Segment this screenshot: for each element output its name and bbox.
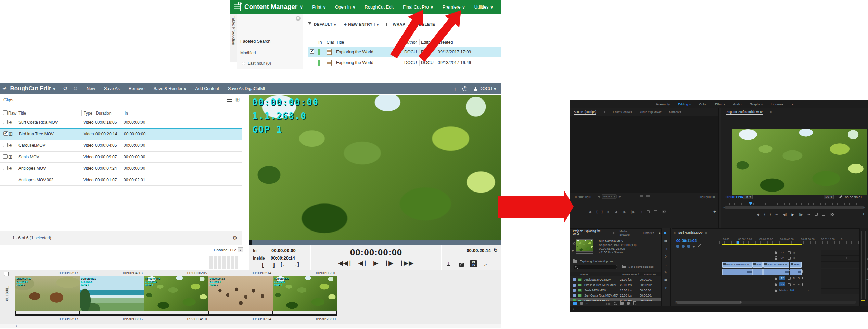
col-created[interactable]: Created	[436, 39, 501, 45]
sync-lock-icon[interactable]	[788, 283, 791, 286]
program-scrubber[interactable]	[725, 203, 864, 205]
overwrite-icon[interactable]	[654, 210, 657, 213]
save-as-digacutmt-button[interactable]: Save As DigaCutMt	[228, 86, 265, 91]
tab-program[interactable]: Program: Surf Namibia.MOV	[726, 110, 763, 115]
step-forward-icon[interactable]: ∣▶	[799, 213, 803, 216]
track-select-tool[interactable]: ⇉	[662, 239, 670, 243]
undo-icon[interactable]: ↺	[63, 85, 67, 92]
page-prev-icon[interactable]: ◀	[598, 195, 600, 198]
menu-utilities[interactable]: Utilities	[474, 4, 493, 10]
hand-tool[interactable]: ✱	[662, 278, 670, 282]
tab-metadata[interactable]: Metadata	[669, 110, 681, 114]
keyframe-icon[interactable]: ⊶	[808, 289, 811, 292]
slip-tool[interactable]: ↔	[662, 263, 670, 266]
mark-out-button[interactable]: ]	[273, 262, 275, 268]
zoom-slider[interactable]: ○———	[586, 302, 596, 305]
menu-premiere[interactable]: Premiere	[443, 4, 465, 10]
fit-select[interactable]: Fit	[743, 195, 753, 199]
redo-icon[interactable]: ↻	[73, 85, 78, 92]
linked-selection-icon[interactable]	[682, 245, 685, 248]
clip-row[interactable]: ⊞ Antilopes.MOV Video 00:00:07:24 00:00:…	[0, 163, 242, 174]
scroll-handle-icon[interactable]: ○	[863, 206, 865, 209]
project-row[interactable]: Bird in a Tree.MOV.MOV 25.00 fps 00:00:0…	[570, 282, 661, 288]
col-type[interactable]: Type	[82, 111, 94, 116]
menu-open-in[interactable]: Open In	[335, 4, 355, 10]
tab-graphics[interactable]: Graphics	[750, 102, 763, 106]
mark-out-icon[interactable]: }	[602, 210, 603, 214]
col-class[interactable]: Class	[325, 39, 334, 45]
tab-audio-clip-mixer[interactable]: Audio Clip Mixer:	[640, 110, 662, 114]
settings-icon[interactable]	[640, 195, 643, 197]
search-input[interactable]	[573, 265, 617, 269]
zoom-handle-icon[interactable]: ○	[675, 300, 677, 303]
wrap-button[interactable]: WRAP	[386, 22, 405, 26]
timeline-clip-thumbnail[interactable]: 00:00:00:231.1.268.0GOP 1	[208, 276, 273, 311]
download-icon[interactable]	[447, 262, 450, 266]
channel-select[interactable]: ∨	[238, 247, 243, 252]
timeline-audio-clip[interactable]	[752, 269, 763, 275]
automate-icon[interactable]: ▮▮▮	[606, 302, 610, 305]
panel-menu-icon[interactable]: ≡	[613, 231, 614, 235]
program-monitor-viewer[interactable]	[732, 129, 867, 195]
timeline-clip-thumbnail[interactable]: 00:00:00:211.1.268.0GOP 1	[80, 276, 144, 311]
fast-forward-button[interactable]: ∣▶▶	[400, 260, 414, 266]
mark-in-button[interactable]: [	[262, 262, 264, 268]
tab-libraries[interactable]: Libraries	[771, 102, 783, 106]
marker-icon[interactable]: ◆	[693, 245, 695, 248]
button-editor-icon[interactable]: +	[713, 209, 716, 214]
timecode-mode-badge[interactable]: IntTC	[470, 260, 477, 267]
mark-in-icon[interactable]: {	[596, 210, 597, 214]
master-gain-value[interactable]: 0.0	[790, 289, 794, 292]
gear-icon[interactable]: ⚙	[233, 235, 237, 241]
select-all-checkbox[interactable]	[310, 40, 314, 44]
radio-icon[interactable]	[242, 62, 245, 65]
program-scrollbar[interactable]	[725, 206, 864, 209]
export-frame-icon[interactable]	[662, 210, 666, 213]
clip-row[interactable]: ⊞ Surf Costa Rica.MOV Video 00:00:18:06 …	[0, 117, 242, 129]
timeline-settings-icon[interactable]	[698, 244, 701, 247]
timeline-audio-clip[interactable]	[722, 269, 752, 275]
chevron-down-icon[interactable]	[299, 4, 303, 10]
clip-row[interactable]: ⊞ Seals.MOV Video 00:00:09:07 00:00:00:0…	[0, 152, 242, 163]
snapshot-icon[interactable]	[459, 263, 464, 267]
tab-media-browser[interactable]: Media Browser	[619, 229, 638, 236]
timeline-audio-clip[interactable]	[763, 269, 789, 275]
new-item-icon[interactable]	[627, 302, 630, 305]
add-content-button[interactable]: Add Content	[195, 86, 219, 91]
sort-asc-icon[interactable]: ∧	[637, 273, 639, 276]
go-to-out-icon[interactable]: ⇥	[807, 213, 810, 216]
save-and-render-button[interactable]: Save & Render	[153, 86, 186, 91]
label-swatch[interactable]	[573, 278, 576, 281]
bin-icon[interactable]	[622, 266, 626, 268]
tab-sequence[interactable]: Surf Namibia.MOV	[678, 231, 703, 235]
track-v2[interactable]: V2	[779, 256, 785, 260]
source-monitor-viewer[interactable]	[570, 116, 718, 193]
scroll-handle-icon[interactable]: ○	[723, 206, 725, 209]
new-entry-button[interactable]: +NEW ENTRY|	[344, 22, 379, 27]
video-preview[interactable]: 00:00:00:00 1.1.268.0 GOP 1	[249, 95, 501, 240]
col-in[interactable]: In	[122, 111, 153, 116]
voiceover-mic-icon[interactable]	[802, 277, 803, 279]
toggle-track-output-icon[interactable]: ◎	[793, 256, 795, 260]
export-frame-icon[interactable]	[830, 213, 834, 216]
sync-lock-icon[interactable]	[788, 257, 791, 260]
col-media-start[interactable]: Media Sta	[644, 273, 656, 276]
table-production-side-tab[interactable]: Table: Production	[230, 14, 237, 62]
timeline-clip-thumbnail[interactable]: 00:00:04:071.1.268.0GOP 1	[15, 276, 80, 311]
col-editor[interactable]: Editor	[419, 39, 436, 45]
timeline-clip-thumbnail[interactable]: 00:00:05:231.1.268.0GOP 1	[273, 276, 337, 311]
project-row[interactable]: Seals.MOV.MOV 25.00 fps 00:00:00:	[570, 288, 661, 293]
sync-lock-icon[interactable]	[788, 277, 791, 280]
mark-in-icon[interactable]: {	[764, 213, 765, 216]
timeline-playhead[interactable]	[738, 244, 738, 302]
tab-assembly[interactable]: Assembly	[656, 102, 670, 106]
clip-row-selected[interactable]: ⊞ Bird in a Tree.MOV Video 00:00:20:14 0…	[0, 128, 242, 140]
timeline-checkbox[interactable]	[4, 272, 9, 276]
col-name[interactable]: Name	[580, 273, 588, 276]
find-icon[interactable]	[614, 302, 616, 305]
filter-default-button[interactable]: DEFAULT	[308, 22, 336, 26]
select-all-checkbox[interactable]	[3, 110, 8, 115]
row-checkbox[interactable]	[310, 49, 314, 54]
lock-icon[interactable]	[775, 252, 777, 254]
row-checkbox[interactable]	[3, 154, 8, 159]
